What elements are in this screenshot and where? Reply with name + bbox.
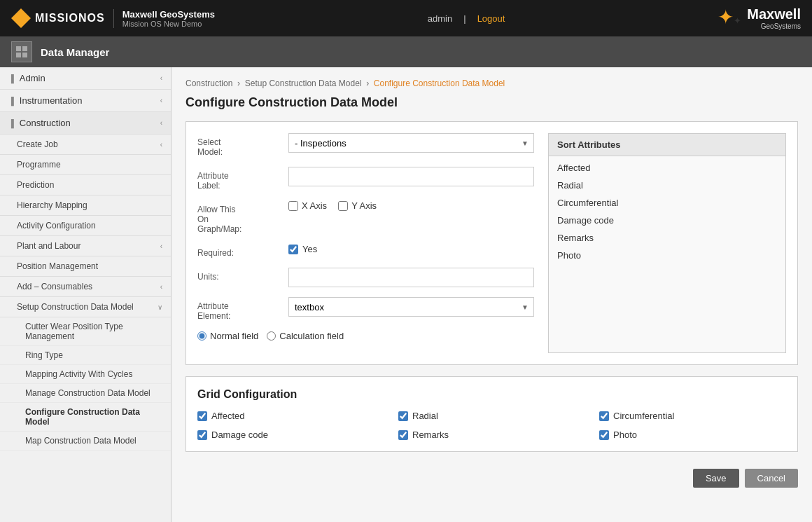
grid-label-circumferential: Circumferential (613, 411, 674, 421)
sidebar-item-activity-configuration[interactable]: Activity Configuration (0, 216, 171, 236)
y-axis-checkbox[interactable] (338, 201, 348, 211)
grid-checkbox-circumferential[interactable] (599, 411, 609, 421)
create-job-chevron: ‹ (160, 141, 162, 149)
sidebar-label-prediction: Prediction (17, 180, 54, 190)
sidebar-item-programme[interactable]: Programme (0, 155, 171, 175)
sidebar-item-plant-labour[interactable]: Plant and Labour ‹ (0, 236, 171, 256)
sort-attr-radial[interactable]: Radial (549, 177, 785, 194)
sidebar-item-construction[interactable]: ▐ Construction ‹ (0, 112, 171, 135)
footer-buttons: Save Cancel (186, 463, 798, 493)
page-title: Configure Construction Data Model (186, 95, 798, 110)
breadcrumb-part1[interactable]: Construction (186, 78, 232, 88)
sidebar-label-hierarchy-mapping: Hierarchy Mapping (17, 200, 88, 210)
sidebar-label-programme: Programme (17, 160, 61, 170)
calculation-field-label: Calculation field (279, 331, 344, 341)
main-layout: ▐ Admin ‹ ▐ Instrumentation ‹ ▐ Construc… (0, 67, 812, 522)
sidebar-item-ring-type[interactable]: Ring Type (0, 346, 171, 365)
grid-check-remarks[interactable]: Remarks (398, 430, 585, 440)
attribute-element-dropdown[interactable]: textbox dropdown checkbox datepicker (288, 297, 534, 317)
sidebar-item-instrumentation[interactable]: ▐ Instrumentation ‹ (0, 90, 171, 112)
normal-field-radio-item[interactable]: Normal field (197, 331, 258, 341)
sidebar-item-mapping-activity[interactable]: Mapping Activity With Cycles (0, 365, 171, 384)
x-axis-label: X Axis (302, 200, 327, 211)
logout-link[interactable]: Logout (477, 13, 505, 24)
sidebar-label-cutter-wear: Cutter Wear Position Type Management (25, 322, 123, 341)
sidebar-label-configure-construction: Configure Construction Data Model (25, 407, 140, 427)
sidebar-item-map-construction[interactable]: Map Construction Data Model (0, 432, 171, 451)
sidebar-label-activity-configuration: Activity Configuration (17, 221, 96, 231)
grid-checkbox-affected[interactable] (197, 411, 207, 421)
maxwell-brand: Maxwell (747, 6, 801, 22)
sidebar-item-add-consumables[interactable]: Add – Consumables ‹ (0, 277, 171, 297)
grid-label-photo: Photo (613, 430, 637, 440)
y-axis-checkbox-item[interactable]: Y Axis (338, 200, 377, 211)
grid-check-circumferential[interactable]: Circumferential (599, 411, 786, 421)
field-type-radio-group: Normal field Calculation field (197, 331, 534, 341)
sort-attr-photo[interactable]: Photo (549, 247, 785, 264)
calculation-field-radio-item[interactable]: Calculation field (267, 331, 344, 341)
sidebar-item-prediction[interactable]: Prediction (0, 175, 171, 195)
sidebar-item-hierarchy-mapping[interactable]: Hierarchy Mapping (0, 195, 171, 216)
allow-graph-label: Allow ThisOnGraph/Map: (197, 200, 281, 234)
grid-label-radial: Radial (412, 411, 438, 421)
grid-check-photo[interactable]: Photo (599, 430, 786, 440)
x-axis-checkbox[interactable] (288, 201, 298, 211)
plant-labour-chevron: ‹ (160, 242, 162, 250)
sidebar-item-setup-construction[interactable]: Setup Construction Data Model ∨ (0, 297, 171, 317)
admin-icon: ▐ (8, 74, 14, 83)
sidebar: ▐ Admin ‹ ▐ Instrumentation ‹ ▐ Construc… (0, 67, 172, 522)
sort-attr-remarks[interactable]: Remarks (549, 229, 785, 247)
sidebar-item-configure-construction[interactable]: Configure Construction Data Model (0, 403, 171, 432)
select-model-dropdown[interactable]: - Inspections Model A Model B (288, 133, 534, 153)
construction-chevron: ‹ (160, 119, 162, 127)
sidebar-label-add-consumables: Add – Consumables (17, 282, 92, 291)
user-label: admin (428, 13, 452, 24)
company-sub: Mission OS New Demo (122, 20, 215, 28)
calculation-field-radio[interactable] (267, 331, 276, 341)
sort-attr-damage-code[interactable]: Damage code (549, 212, 785, 229)
grid-checkbox-photo[interactable] (599, 430, 609, 440)
instrumentation-chevron: ‹ (160, 97, 162, 104)
separator: | (463, 13, 465, 24)
sort-attr-circumferential[interactable]: Circumferential (549, 194, 785, 212)
form-row-select-model: SelectModel: - Inspections Model A Model… (197, 133, 534, 157)
admin-chevron: ‹ (160, 74, 162, 82)
svg-rect-0 (16, 46, 21, 51)
required-checkbox[interactable] (288, 245, 298, 254)
units-input[interactable] (288, 268, 534, 287)
cancel-button[interactable]: Cancel (745, 469, 798, 488)
top-bar-left: MISSIONOS Maxwell GeoSystems Mission OS … (11, 8, 215, 28)
x-axis-checkbox-item[interactable]: X Axis (288, 200, 327, 211)
instrumentation-icon: ▐ (8, 97, 14, 105)
required-yes-label: Yes (302, 244, 317, 254)
grid-config-title: Grid Configuration (197, 388, 786, 401)
sidebar-item-cutter-wear[interactable]: Cutter Wear Position Type Management (0, 317, 171, 346)
required-check[interactable]: Yes (288, 244, 534, 254)
sidebar-item-position-management[interactable]: Position Management (0, 256, 171, 277)
attribute-label-input[interactable] (288, 167, 534, 186)
sidebar-item-admin[interactable]: ▐ Admin ‹ (0, 67, 171, 90)
axis-checkbox-group: X Axis Y Axis (288, 200, 534, 211)
grid-check-affected[interactable]: Affected (197, 411, 384, 421)
grid-checkbox-radial[interactable] (398, 411, 408, 421)
sidebar-label-construction: Construction (20, 118, 71, 128)
breadcrumb-part2[interactable]: Setup Construction Data Model (245, 78, 362, 88)
grid-checkbox-damage-code[interactable] (197, 430, 207, 440)
grid-check-radial[interactable]: Radial (398, 411, 585, 421)
sort-attr-affected[interactable]: Affected (549, 159, 785, 177)
mission-logo: MISSIONOS (11, 8, 105, 28)
attribute-label-control (288, 167, 534, 186)
sidebar-label-mapping-activity: Mapping Activity With Cycles (25, 369, 132, 379)
allow-graph-control: X Axis Y Axis (288, 200, 534, 211)
sidebar-label-instrumentation: Instrumentation (20, 95, 83, 106)
required-label: Required: (197, 244, 281, 258)
save-button[interactable]: Save (693, 469, 739, 488)
grid-check-damage-code[interactable]: Damage code (197, 430, 384, 440)
normal-field-radio[interactable] (197, 331, 206, 341)
form-row-attribute-element: AttributeElement: textbox dropdown check… (197, 297, 534, 321)
sidebar-item-manage-construction[interactable]: Manage Construction Data Model (0, 384, 171, 403)
sidebar-item-create-job[interactable]: Create Job ‹ (0, 135, 171, 155)
sort-attributes-list: Affected Radial Circumferential Damage c… (549, 156, 785, 352)
grid-checkbox-remarks[interactable] (398, 430, 408, 440)
maxwell-logo: ✦ Maxwell GeoSystems (718, 6, 801, 31)
